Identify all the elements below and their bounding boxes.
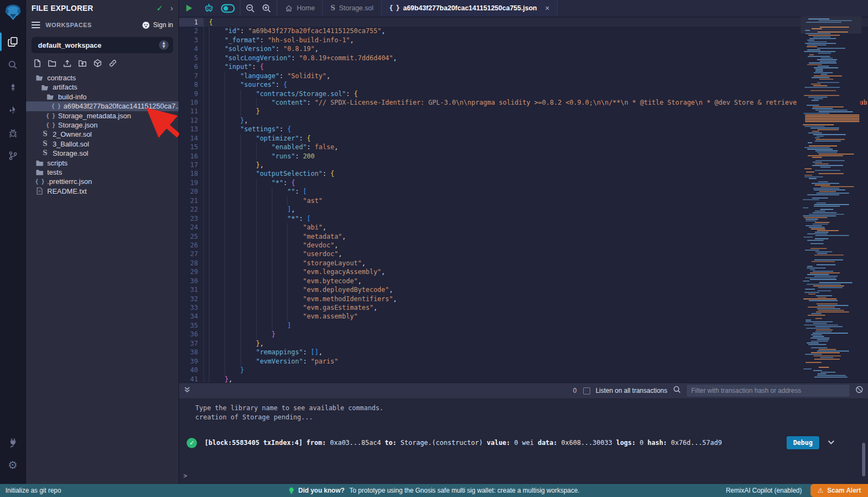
play-button[interactable] [184,3,194,13]
code-line[interactable]: 11} [179,107,868,116]
file-explorer-icon[interactable] [0,30,26,53]
tree-item-2-owner-sol[interactable]: S2_Owner.sol [26,130,178,139]
tree-item-build-info[interactable]: build-info [26,92,178,101]
tab-build-info-json[interactable]: { } a69b43f277ba20fcac141151250ca755.jso… [381,0,558,16]
hamburger-menu-icon[interactable] [31,20,40,30]
code-line[interactable]: 6"input": { [179,62,868,71]
code-line[interactable]: 25"metadata", [179,232,868,241]
code-line[interactable]: 29"evm.legacyAssembly", [179,267,868,276]
code-line[interactable]: 3"_format": "hh-sol-build-info-1", [179,36,868,44]
debug-button[interactable]: Debug [787,436,819,449]
transaction-row[interactable]: ✓ [block:5583405 txIndex:4] from: 0xa03.… [187,436,868,449]
git-init-button[interactable]: Initialize as git repo [5,487,61,494]
code-line[interactable]: 36} [179,330,868,339]
terminal-output[interactable]: Type the library name to see available c… [179,398,868,484]
tree-item-tests[interactable]: tests [26,168,178,177]
tree-item-3-ballot-sol[interactable]: S3_Ballot.sol [26,139,178,149]
code-line[interactable]: 38"remappings": [], [179,348,868,356]
solidity-compiler-icon[interactable] [0,76,26,99]
code-line[interactable]: 14"optimizer": { [179,134,868,143]
chevron-right-icon[interactable]: › [170,4,173,12]
code-line[interactable]: 34"evm.assembly" [179,312,868,321]
code-line[interactable]: 7"language": "Solidity", [179,72,868,80]
code-line[interactable]: 37}, [179,339,868,348]
code-line[interactable]: 9"contracts/Storage.sol": { [179,90,868,98]
code-line[interactable]: 4"solcVersion": "0.8.19", [179,44,868,53]
tree-item-storage-metadata-json[interactable]: { }Storage_metadata.json [26,111,178,120]
code-line[interactable]: 35] [179,321,868,330]
minimap[interactable] [801,16,861,383]
tree-item-contracts[interactable]: contracts [26,73,178,82]
code-line[interactable]: 21"ast" [179,196,868,205]
code-line[interactable]: 13"settings": { [179,125,868,133]
code-line[interactable]: 33"evm.gasEstimates", [179,303,868,312]
code-line[interactable]: 19"*": { [179,179,868,187]
tree-item--prettierrc-json[interactable]: { }.prettierrc.json [26,177,178,186]
code-line[interactable]: 31"evm.deployedBytecode", [179,285,868,294]
code-line[interactable]: 39"evmVersion": "paris" [179,357,868,366]
new-folder-icon[interactable] [47,59,57,68]
code-line[interactable]: 41}, [179,375,868,383]
tree-item-readme-txt[interactable]: README.txt [26,187,178,196]
tab-storage-sol[interactable]: S Storage.sol [323,0,381,16]
git-icon[interactable] [0,144,26,167]
upload-file-icon[interactable] [62,59,72,68]
upload-folder-icon[interactable] [78,59,87,68]
code-line[interactable]: 10"content": "// SPDX-License-Identifier… [179,98,868,107]
transaction-filter-input[interactable] [687,385,850,397]
expand-tx-icon[interactable] [827,438,835,448]
copilot-toggle[interactable] [221,4,235,13]
code-line[interactable]: 8"sources": { [179,80,868,89]
minimap-slider[interactable] [801,16,861,34]
search-icon[interactable] [0,53,26,76]
tree-item-a69b43f277ba20fcac141151250ca7-[interactable]: { }a69b43f277ba20fcac141151250ca7... [26,101,178,111]
code-line[interactable]: 24"abi", [179,223,868,232]
copilot-status[interactable]: RemixAI Copilot (enabled) [726,487,802,494]
link-icon[interactable] [108,59,118,68]
code-line[interactable]: 30"evm.bytecode", [179,277,868,285]
code-line[interactable]: 20"": [ [179,187,868,196]
code-line[interactable]: 32"evm.methodIdentifiers", [179,295,868,303]
clear-console-icon[interactable] [855,385,864,396]
code-line[interactable]: 18"outputSelection": { [179,169,868,178]
debugger-icon[interactable] [0,122,26,144]
tab-home[interactable]: Home [277,0,323,16]
terminal-scrollbar[interactable] [862,443,865,476]
zoom-out-icon[interactable] [245,3,256,14]
code-line[interactable]: 26"devdoc", [179,241,868,250]
listen-label[interactable]: Listen on all transactions [596,387,667,394]
code-line[interactable]: 28"storageLayout", [179,259,868,267]
code-line[interactable]: 12}, [179,116,868,125]
code-line[interactable]: 1{ [179,18,868,27]
tree-item-storage-json[interactable]: { }Storage.json [26,120,178,130]
code-line[interactable]: 17}, [179,161,868,169]
remix-logo-icon[interactable] [4,3,22,22]
terminal-prompt[interactable]: > [183,472,187,480]
scam-alert-button[interactable]: ⚠ Scam Alert [810,484,868,497]
new-file-icon[interactable] [33,59,42,68]
settings-gear-icon[interactable]: ⚙ [0,454,26,476]
code-line[interactable]: 27"userdoc", [179,250,868,258]
ipfs-cube-icon[interactable] [93,59,103,68]
code-line[interactable]: 40} [179,366,868,374]
workspace-select[interactable]: default_workspace ▲▼ [31,37,173,53]
code-line[interactable]: 5"solcLongVersion": "0.8.19+commit.7dd6d… [179,54,868,62]
close-tab-icon[interactable]: × [545,4,550,12]
code-line[interactable]: 22], [179,205,868,214]
sign-in-button[interactable]: Sign in [142,21,173,29]
tree-item-artifacts[interactable]: artifacts [26,82,178,92]
deploy-run-icon[interactable] [0,99,26,122]
workspace-sort-icon[interactable]: ▲▼ [159,40,169,50]
plugin-manager-icon[interactable] [0,431,26,454]
code-line[interactable]: 2"id": "a69b43f277ba20fcac141151250ca755… [179,27,868,35]
listen-checkbox[interactable] [583,387,590,394]
tree-item-scripts[interactable]: scripts [26,158,178,168]
code-line[interactable]: 23"*": [ [179,214,868,223]
expand-terminal-icon[interactable] [183,386,191,396]
tree-item-storage-sol[interactable]: SStorage.sol [26,149,178,158]
zoom-in-icon[interactable] [261,3,272,14]
code-editor[interactable]: 1{2"id": "a69b43f277ba20fcac141151250ca7… [179,16,868,383]
code-line[interactable]: 16"runs": 200 [179,152,868,161]
code-line[interactable]: 15"enabled": false, [179,143,868,151]
ai-robot-icon[interactable] [203,3,214,14]
